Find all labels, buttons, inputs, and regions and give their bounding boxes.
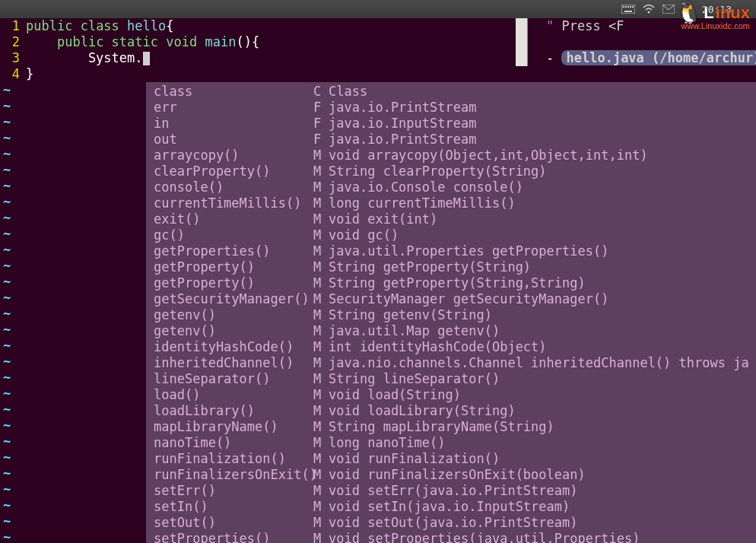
completion-signature: long nanoTime() bbox=[329, 435, 756, 451]
completion-signature: void gc() bbox=[329, 227, 756, 243]
completion-item[interactable]: setOut()Mvoid setOut(java.io.PrintStream… bbox=[146, 515, 756, 531]
completion-item[interactable]: load()Mvoid load(String) bbox=[146, 387, 756, 403]
completion-item[interactable]: arraycopy()Mvoid arraycopy(Object,int,Ob… bbox=[146, 148, 756, 164]
completion-name: setErr() bbox=[154, 483, 313, 499]
completion-item[interactable]: inheritedChannel()Mjava.nio.channels.Cha… bbox=[146, 355, 756, 371]
completion-item[interactable]: currentTimeMillis()Mlong currentTimeMill… bbox=[146, 195, 756, 211]
completion-signature: java.util.Map getenv() bbox=[329, 323, 756, 339]
completion-kind: M bbox=[313, 211, 329, 227]
svg-point-7 bbox=[647, 11, 650, 14]
completion-kind: M bbox=[313, 419, 329, 435]
completion-kind: M bbox=[313, 403, 329, 419]
completion-signature: java.io.InputStream bbox=[329, 116, 756, 132]
keyboard-icon[interactable] bbox=[621, 5, 635, 14]
completion-kind: M bbox=[313, 435, 329, 451]
completion-popup[interactable]: classCClasserrFjava.io.PrintStreaminFjav… bbox=[146, 82, 756, 543]
code-text: public class hello{ bbox=[26, 18, 174, 34]
completion-kind: M bbox=[313, 339, 329, 355]
completion-item[interactable]: clearProperty()MString clearProperty(Str… bbox=[146, 164, 756, 179]
completion-name: identityHashCode() bbox=[154, 339, 313, 355]
completion-name: mapLibraryName() bbox=[154, 419, 313, 435]
code-text: System. bbox=[26, 50, 150, 66]
svg-rect-1 bbox=[623, 6, 624, 8]
completion-kind: M bbox=[313, 499, 329, 515]
completion-kind: M bbox=[313, 307, 329, 323]
completion-item[interactable]: lineSeparator()MString lineSeparator() bbox=[146, 371, 756, 387]
completion-name: loadLibrary() bbox=[154, 403, 313, 419]
completion-item[interactable]: nanoTime()Mlong nanoTime() bbox=[146, 435, 756, 451]
completion-item[interactable]: inFjava.io.InputStream bbox=[146, 116, 756, 132]
line-number: 1 bbox=[3, 18, 26, 34]
completion-item[interactable]: classCClass bbox=[146, 84, 756, 100]
completion-kind: M bbox=[313, 275, 329, 291]
completion-item[interactable]: setErr()Mvoid setErr(java.io.PrintStream… bbox=[146, 483, 756, 499]
completion-signature: void load(String) bbox=[329, 387, 756, 403]
completion-item[interactable]: getProperties()Mjava.util.Properties get… bbox=[146, 243, 756, 259]
completion-name: class bbox=[154, 84, 313, 100]
completion-signature: void loadLibrary(String) bbox=[329, 403, 756, 419]
empty-line-tildes: ~~~~~~~~~~~~~~~~~~~~~~~~~~~~~~ bbox=[3, 82, 11, 543]
completion-item[interactable]: setIn()Mvoid setIn(java.io.InputStream) bbox=[146, 499, 756, 515]
completion-kind: M bbox=[313, 259, 329, 275]
completion-name: in bbox=[154, 116, 313, 132]
completion-item[interactable]: getProperty()MString getProperty(String) bbox=[146, 259, 756, 275]
svg-rect-4 bbox=[630, 6, 631, 8]
completion-item[interactable]: getenv()Mjava.util.Map getenv() bbox=[146, 323, 756, 339]
completion-signature: void exit(int) bbox=[329, 211, 756, 227]
completion-item[interactable]: errFjava.io.PrintStream bbox=[146, 100, 756, 116]
svg-rect-0 bbox=[621, 5, 635, 14]
completion-item[interactable]: exit()Mvoid exit(int) bbox=[146, 211, 756, 227]
completion-signature: String clearProperty(String) bbox=[329, 164, 756, 179]
completion-signature: void runFinalizersOnExit(boolean) bbox=[329, 467, 756, 483]
completion-item[interactable]: getSecurityManager()MSecurityManager get… bbox=[146, 291, 756, 307]
completion-name: runFinalizersOnExit() bbox=[154, 467, 313, 483]
completion-signature: void setOut(java.io.PrintStream) bbox=[329, 515, 756, 531]
completion-name: nanoTime() bbox=[154, 435, 313, 451]
cursor bbox=[143, 52, 150, 65]
completion-name: getProperty() bbox=[154, 275, 313, 291]
code-line[interactable]: 4} bbox=[3, 66, 756, 82]
completion-signature: java.io.PrintStream bbox=[329, 100, 756, 116]
completion-item[interactable]: getenv()MString getenv(String) bbox=[146, 307, 756, 323]
split-scrollbar[interactable] bbox=[516, 18, 528, 66]
completion-item[interactable]: loadLibrary()Mvoid loadLibrary(String) bbox=[146, 403, 756, 419]
completion-signature: void arraycopy(Object,int,Object,int,int… bbox=[329, 148, 756, 164]
completion-name: gc() bbox=[154, 227, 313, 243]
completion-kind: F bbox=[313, 100, 329, 116]
mail-icon[interactable] bbox=[662, 5, 675, 14]
completion-name: getProperties() bbox=[154, 243, 313, 259]
vim-editor: 1public class hello{2 public static void… bbox=[0, 18, 756, 543]
completion-kind: M bbox=[313, 195, 329, 211]
svg-rect-3 bbox=[627, 6, 629, 8]
completion-kind: M bbox=[313, 387, 329, 403]
completion-item[interactable]: runFinalizersOnExit()Mvoid runFinalizers… bbox=[146, 467, 756, 483]
completion-name: getenv() bbox=[154, 323, 313, 339]
completion-item[interactable]: mapLibraryName()MString mapLibraryName(S… bbox=[146, 419, 756, 435]
taglist-file[interactable]: - hello.java (/home/archur) bbox=[543, 50, 756, 66]
completion-kind: M bbox=[313, 483, 329, 499]
completion-signature: long currentTimeMillis() bbox=[329, 195, 756, 211]
completion-item[interactable]: getProperty()MString getProperty(String,… bbox=[146, 275, 756, 291]
completion-name: clearProperty() bbox=[154, 164, 313, 179]
completion-item[interactable]: outFjava.io.PrintStream bbox=[146, 132, 756, 148]
watermark-url: www.Linuxidc.com bbox=[681, 21, 750, 30]
completion-kind: M bbox=[313, 515, 329, 531]
completion-name: inheritedChannel() bbox=[154, 355, 313, 371]
wifi-icon[interactable] bbox=[643, 4, 655, 14]
completion-item[interactable]: setProperties()Mvoid setProperties(java.… bbox=[146, 531, 756, 543]
completion-kind: M bbox=[313, 355, 329, 371]
completion-item[interactable]: identityHashCode()Mint identityHashCode(… bbox=[146, 339, 756, 355]
completion-kind: M bbox=[313, 148, 329, 164]
completion-signature: void runFinalization() bbox=[329, 451, 756, 467]
completion-kind: M bbox=[313, 451, 329, 467]
completion-item[interactable]: console()Mjava.io.Console console() bbox=[146, 179, 756, 195]
completion-item[interactable]: runFinalization()Mvoid runFinalization() bbox=[146, 451, 756, 467]
completion-name: console() bbox=[154, 179, 313, 195]
completion-name: load() bbox=[154, 387, 313, 403]
completion-kind: M bbox=[313, 164, 329, 179]
completion-item[interactable]: gc()Mvoid gc() bbox=[146, 227, 756, 243]
svg-rect-5 bbox=[632, 6, 634, 8]
code-text: public static void main(){ bbox=[26, 34, 259, 50]
code-text: } bbox=[26, 66, 33, 82]
completion-name: getProperty() bbox=[154, 259, 313, 275]
